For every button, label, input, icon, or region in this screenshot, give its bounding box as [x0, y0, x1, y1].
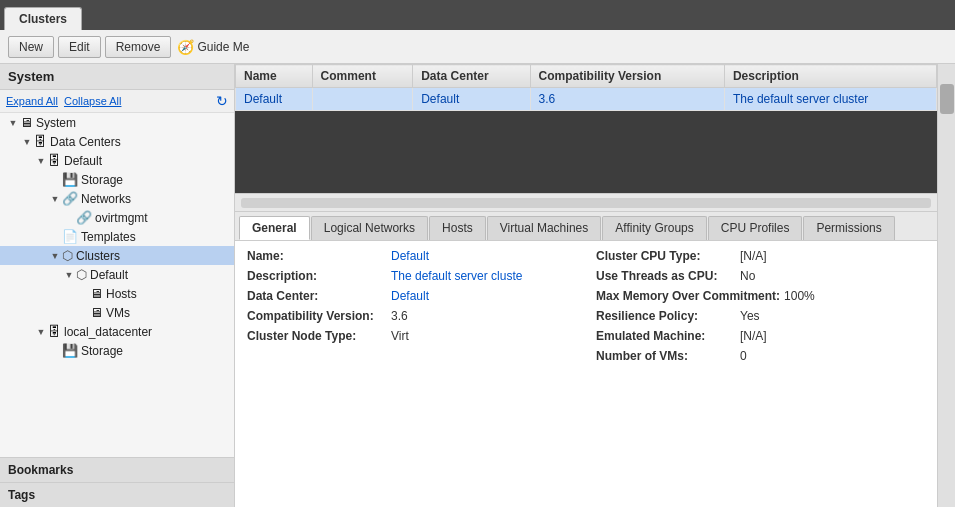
- tree-item-networks[interactable]: ▼ 🔗 Networks: [0, 189, 234, 208]
- detail-threads-label: Use Threads as CPU:: [596, 269, 736, 283]
- tab-clusters[interactable]: Clusters: [4, 7, 82, 30]
- detail-nodetype-value: Virt: [391, 329, 409, 343]
- tab-hosts[interactable]: Hosts: [429, 216, 486, 240]
- tree-item-storage[interactable]: 💾 Storage: [0, 170, 234, 189]
- local-dc-label: local_datacenter: [64, 325, 152, 339]
- toggle-datacenters[interactable]: ▼: [20, 137, 34, 147]
- new-button[interactable]: New: [8, 36, 54, 58]
- detail-compat-row: Compatibility Version: 3.6: [247, 309, 576, 323]
- detail-panel: Name: Default Description: The default s…: [235, 241, 937, 507]
- tree-item-clusters[interactable]: ▼ ⬡ Clusters: [0, 246, 234, 265]
- detail-threads-value: No: [740, 269, 755, 283]
- detail-desc-value: The default server cluste: [391, 269, 522, 283]
- horizontal-scrollbar[interactable]: [235, 194, 937, 212]
- toggle-system[interactable]: ▼: [6, 118, 20, 128]
- storage-label: Storage: [81, 173, 123, 187]
- row-name: Default: [236, 88, 313, 111]
- grid-area: Name Comment Data Center Compatibility V…: [235, 64, 937, 194]
- hosts-label: Hosts: [106, 287, 137, 301]
- tree-item-local-dc[interactable]: ▼ 🗄 local_datacenter: [0, 322, 234, 341]
- app-container: Clusters New Edit Remove 🧭 Guide Me Syst…: [0, 0, 955, 507]
- tags-header[interactable]: Tags: [0, 483, 234, 507]
- datacenters-label: Data Centers: [50, 135, 121, 149]
- detail-right-col: Cluster CPU Type: [N/A] Use Threads as C…: [596, 249, 925, 363]
- clusters-label: Clusters: [76, 249, 120, 263]
- vms-label: VMs: [106, 306, 130, 320]
- detail-name-row: Name: Default: [247, 249, 576, 263]
- tree-item-hosts[interactable]: 🖥 Hosts: [0, 284, 234, 303]
- detail-maxmem-label: Max Memory Over Commitment:: [596, 289, 780, 303]
- networks-icon: 🔗: [62, 191, 78, 206]
- guide-me-label: Guide Me: [197, 40, 249, 54]
- bookmarks-section: Bookmarks: [0, 457, 234, 482]
- collapse-all-link[interactable]: Collapse All: [64, 95, 121, 107]
- col-name[interactable]: Name: [236, 65, 313, 88]
- scrollbar-track[interactable]: [241, 198, 931, 208]
- detail-cputype-label: Cluster CPU Type:: [596, 249, 736, 263]
- row-compat: 3.6: [530, 88, 724, 111]
- detail-name-label: Name:: [247, 249, 387, 263]
- tree-item-local-storage[interactable]: 💾 Storage: [0, 341, 234, 360]
- tree-item-system[interactable]: ▼ 🖥 System: [0, 113, 234, 132]
- sidebar-header: System: [0, 64, 234, 90]
- detail-threads-row: Use Threads as CPU: No: [596, 269, 925, 283]
- tab-cpu-profiles[interactable]: CPU Profiles: [708, 216, 803, 240]
- tree-item-ovirtmgmt[interactable]: 🔗 ovirtmgmt: [0, 208, 234, 227]
- tree-item-default-cluster[interactable]: ▼ ⬡ Default: [0, 265, 234, 284]
- local-storage-icon: 💾: [62, 343, 78, 358]
- remove-button[interactable]: Remove: [105, 36, 172, 58]
- toggle-networks[interactable]: ▼: [48, 194, 62, 204]
- detail-grid: Name: Default Description: The default s…: [247, 249, 925, 363]
- tree-item-datacenters[interactable]: ▼ 🗄 Data Centers: [0, 132, 234, 151]
- detail-maxmem-value: 100%: [784, 289, 815, 303]
- refresh-icon[interactable]: ↻: [216, 93, 228, 109]
- tab-affinity-groups[interactable]: Affinity Groups: [602, 216, 706, 240]
- tab-logical-networks[interactable]: Logical Networks: [311, 216, 428, 240]
- detail-dc-label: Data Center:: [247, 289, 387, 303]
- toggle-default-dc[interactable]: ▼: [34, 156, 48, 166]
- tree-item-default-dc[interactable]: ▼ 🗄 Default: [0, 151, 234, 170]
- templates-label: Templates: [81, 230, 136, 244]
- vms-icon: 🖥: [90, 305, 103, 320]
- tab-bar: Clusters: [0, 0, 955, 30]
- vertical-scrollbar[interactable]: [937, 64, 955, 507]
- tree-item-templates[interactable]: 📄 Templates: [0, 227, 234, 246]
- guide-me-button[interactable]: 🧭 Guide Me: [177, 39, 249, 55]
- right-panel: Name Comment Data Center Compatibility V…: [235, 64, 955, 507]
- tree-item-vms[interactable]: 🖥 VMs: [0, 303, 234, 322]
- tab-permissions[interactable]: Permissions: [803, 216, 894, 240]
- tab-general[interactable]: General: [239, 216, 310, 240]
- clusters-table: Name Comment Data Center Compatibility V…: [235, 64, 937, 111]
- ovirtmgmt-icon: 🔗: [76, 210, 92, 225]
- expand-all-link[interactable]: Expand All: [6, 95, 58, 107]
- tab-virtual-machines[interactable]: Virtual Machines: [487, 216, 602, 240]
- sidebar-controls: Expand All Collapse All ↻: [0, 90, 234, 113]
- detail-numvms-label: Number of VMs:: [596, 349, 736, 363]
- default-dc-label: Default: [64, 154, 102, 168]
- sidebar-tree: ▼ 🖥 System ▼ 🗄 Data Centers ▼ 🗄 Default: [0, 113, 234, 457]
- bookmarks-header[interactable]: Bookmarks: [0, 458, 234, 482]
- detail-resilience-label: Resilience Policy:: [596, 309, 736, 323]
- templates-icon: 📄: [62, 229, 78, 244]
- detail-dc-row: Data Center: Default: [247, 289, 576, 303]
- col-description[interactable]: Description: [724, 65, 936, 88]
- default-cluster-label: Default: [90, 268, 128, 282]
- toggle-default-cluster[interactable]: ▼: [62, 270, 76, 280]
- col-compat[interactable]: Compatibility Version: [530, 65, 724, 88]
- edit-button[interactable]: Edit: [58, 36, 101, 58]
- scrollbar-thumb[interactable]: [940, 84, 954, 114]
- toggle-clusters[interactable]: ▼: [48, 251, 62, 261]
- row-comment: [312, 88, 413, 111]
- detail-emulated-value: [N/A]: [740, 329, 767, 343]
- row-datacenter: Default: [413, 88, 530, 111]
- col-comment[interactable]: Comment: [312, 65, 413, 88]
- toggle-local-dc[interactable]: ▼: [34, 327, 48, 337]
- detail-tabs: General Logical Networks Hosts Virtual M…: [235, 212, 937, 241]
- default-dc-icon: 🗄: [48, 153, 61, 168]
- table-row[interactable]: Default Default 3.6 The default server c…: [236, 88, 937, 111]
- detail-cputype-row: Cluster CPU Type: [N/A]: [596, 249, 925, 263]
- system-label: System: [36, 116, 76, 130]
- networks-label: Networks: [81, 192, 131, 206]
- col-datacenter[interactable]: Data Center: [413, 65, 530, 88]
- local-dc-icon: 🗄: [48, 324, 61, 339]
